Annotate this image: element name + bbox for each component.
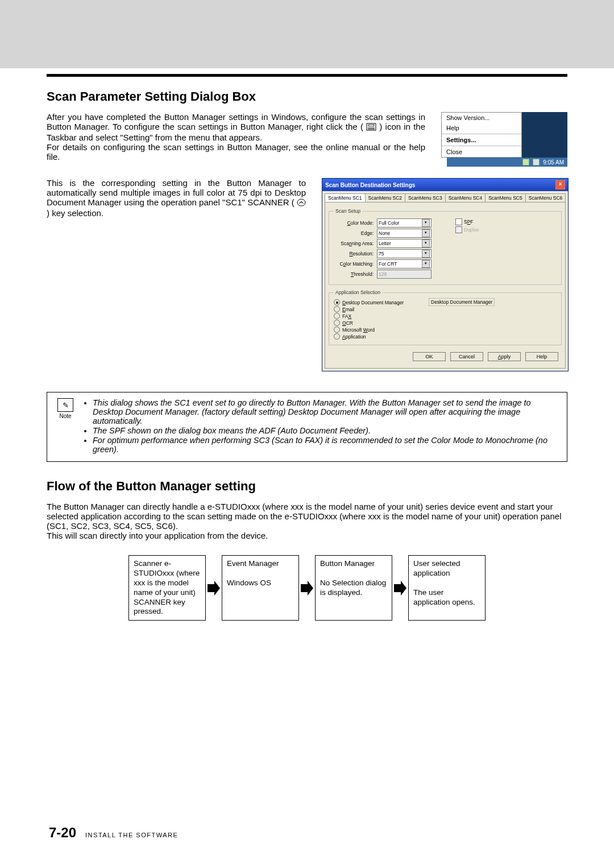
tab-sc6[interactable]: ScanMenu SC6 (525, 193, 566, 202)
flow-box-1: Scanner e-STUDIOxxx (where xxx is the mo… (128, 555, 206, 621)
dialog-figure: Scan Button Destination Settings × ScanM… (322, 178, 567, 371)
group-scan-setup-legend: Scan Setup (334, 208, 362, 214)
lbl-color-mode: Color Mode: (334, 220, 377, 226)
radio-email[interactable]: Email (334, 306, 557, 312)
tab-sc1[interactable]: ScanMenu SC1 (325, 193, 366, 202)
lbl-threshold: Threshold: (334, 271, 377, 277)
page-number: 7-20 (49, 825, 76, 841)
arrow-icon (392, 555, 408, 621)
flow-section: Flow of the Button Manager setting The B… (47, 479, 567, 621)
context-menu: Show Version... Help Settings... Close (441, 112, 522, 158)
chk-spf[interactable]: SPF (455, 218, 474, 225)
chevron-down-icon: ▾ (422, 229, 430, 237)
para1c: For details on configuring the scan sett… (47, 142, 425, 162)
dd-color-mode[interactable]: Full Color▾ (377, 218, 432, 228)
menu-item-help[interactable]: Help (442, 123, 521, 133)
page-footer: 7-20 INSTALL THE SOFTWARE (49, 825, 178, 841)
flow-box-4: User selected application The user appli… (408, 555, 486, 621)
dd-scan-area[interactable]: Letter▾ (377, 239, 432, 248)
note-label: Note (55, 413, 76, 419)
radio-fax-label: FAX (342, 313, 351, 319)
note-box: ✎ Note This dialog shows the SC1 event s… (47, 392, 567, 462)
menu-separator (442, 146, 521, 146)
tray-clock: 9:05 AM (543, 159, 564, 166)
dialog-title: Scan Button Destination Settings (325, 182, 415, 188)
close-icon[interactable]: × (555, 180, 565, 189)
lbl-edge: Edge: (334, 230, 377, 236)
group-app-selection: Application Selection Desktop Document M… (329, 290, 562, 345)
radio-app-label: Application (342, 334, 366, 340)
chevron-down-icon: ▾ (422, 219, 430, 227)
tab-sc2[interactable]: ScanMenu SC2 (365, 193, 406, 202)
note-icon: ✎ (57, 398, 73, 412)
system-tray: 9:05 AM (447, 158, 567, 167)
menu-item-close[interactable]: Close (442, 147, 521, 157)
group-scan-setup: Scan Setup Color Mode:Full Color▾ Edge:N… (329, 208, 562, 285)
cancel-button[interactable]: Cancel (450, 352, 483, 361)
svg-rect-1 (368, 125, 374, 126)
chevron-down-icon: ▾ (422, 260, 430, 268)
menu-item-show-version[interactable]: Show Version... (442, 113, 521, 123)
para2a: This is the corresponding setting in the… (47, 178, 306, 207)
group-app-legend: Application Selection (334, 290, 382, 295)
flow-box-2: Event Manager Windows OS (222, 555, 299, 621)
tab-sc4[interactable]: ScanMenu SC4 (445, 193, 486, 202)
svg-marker-7 (394, 581, 406, 596)
intro-text-block: After you have completed the Button Mana… (47, 112, 425, 167)
dialog-tabpanel: Scan Setup Color Mode:Full Color▾ Edge:N… (325, 202, 566, 369)
note-item-1: This dialog shows the SC1 event set to g… (93, 398, 559, 425)
radio-fax[interactable]: FAX (334, 313, 557, 319)
tray-app-icon[interactable] (522, 159, 529, 166)
dialog-tabs: ScanMenu SC1 ScanMenu SC2 ScanMenu SC3 S… (322, 191, 568, 202)
chevron-down-icon: ▾ (422, 239, 430, 247)
chk-duplex-label: Duplex (464, 227, 479, 233)
row-intro: After you have completed the Button Mana… (47, 112, 567, 167)
para2b: ) key selection. (47, 208, 103, 218)
lbl-scan-area: Scanning Area: (334, 241, 377, 246)
radio-application[interactable]: Application (334, 333, 557, 340)
app-dest-display: Desktop Document Manager (429, 298, 495, 306)
lbl-color-matching: Color Matching: (334, 261, 377, 267)
note-item-2: The SPF shown on the dialog box means th… (93, 426, 559, 435)
radio-ocr[interactable]: OCR (334, 320, 557, 326)
ok-button[interactable]: OK (413, 352, 446, 361)
row-dialog: This is the corresponding setting in the… (47, 178, 567, 371)
menu-separator (442, 134, 521, 134)
tab-sc3[interactable]: ScanMenu SC3 (405, 193, 446, 202)
tray-icon-2[interactable] (533, 159, 540, 166)
dd-resolution[interactable]: 75▾ (377, 249, 432, 258)
dd-color-matching[interactable]: For CRT▾ (377, 259, 432, 268)
tab-sc5[interactable]: ScanMenu SC5 (485, 193, 526, 202)
chevron-down-icon: ▾ (422, 250, 430, 258)
para3: The Button Manager can directly handle a… (47, 502, 567, 540)
help-button[interactable]: Help (525, 352, 558, 361)
radio-ddm-label: Desktop Document Manager (342, 300, 404, 305)
taskbar-icon (366, 123, 376, 133)
menu-item-settings[interactable]: Settings... (442, 135, 521, 145)
svg-marker-6 (301, 581, 313, 596)
divider-rule (47, 74, 567, 77)
heading-flow: Flow of the Button Manager setting (47, 479, 567, 494)
note-item-3: For optimum performance when performing … (93, 436, 559, 454)
para2-block: This is the corresponding setting in the… (47, 178, 306, 371)
footer-label: INSTALL THE SOFTWARE (85, 832, 178, 838)
scanner-key-icon (297, 199, 306, 208)
note-list: This dialog shows the SC1 event set to g… (84, 398, 559, 454)
context-menu-figure: Show Version... Help Settings... Close 9… (441, 112, 567, 167)
radio-ocr-label: OCR (342, 320, 353, 326)
radio-word-label: Microsoft Word (342, 327, 375, 333)
apply-button[interactable]: Apply (488, 352, 521, 361)
scan-settings-dialog: Scan Button Destination Settings × ScanM… (322, 178, 569, 371)
chk-duplex: Duplex (455, 226, 479, 233)
svg-marker-5 (208, 581, 220, 596)
arrow-icon (299, 555, 315, 621)
radio-email-label: Email (342, 307, 354, 312)
radio-word[interactable]: Microsoft Word (334, 326, 557, 333)
document-page: Scan Parameter Setting Dialog Box After … (0, 0, 614, 868)
top-margin-band (0, 0, 614, 68)
heading-scan-param: Scan Parameter Setting Dialog Box (47, 89, 567, 104)
arrow-icon (206, 555, 222, 621)
dd-edge[interactable]: None▾ (377, 229, 432, 238)
chk-spf-label: SPF (464, 219, 474, 225)
dialog-titlebar: Scan Button Destination Settings × (322, 179, 568, 191)
